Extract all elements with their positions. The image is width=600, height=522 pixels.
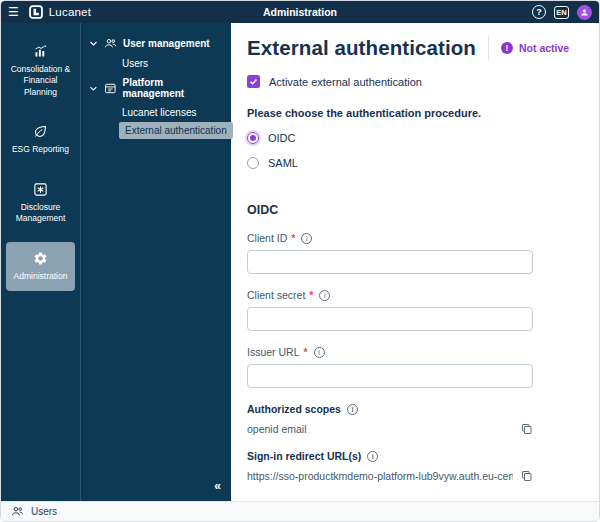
nav-item-consolidation[interactable]: Consolidation & Financial Planning <box>6 35 75 107</box>
status-bar-label[interactable]: Users <box>31 506 57 517</box>
radio-option-oidc[interactable]: OIDC <box>247 132 583 144</box>
client-id-field: Client ID * i <box>247 232 583 274</box>
checkmark-icon <box>249 77 258 86</box>
activate-checkbox[interactable] <box>247 75 260 88</box>
tree-group-label: Platform management <box>122 77 225 99</box>
users-icon <box>104 37 117 50</box>
info-icon[interactable]: i <box>347 404 358 415</box>
nav-item-administration[interactable]: Administration <box>6 242 75 291</box>
language-button[interactable]: EN <box>554 6 569 19</box>
radio-option-saml[interactable]: SAML <box>247 157 583 169</box>
oidc-section-title: OIDC <box>247 203 583 217</box>
activate-checkbox-label: Activate external authentication <box>269 76 422 88</box>
collapse-panel-icon[interactable]: « <box>214 479 221 493</box>
chevron-down-icon <box>89 84 98 93</box>
page-title: External authentication <box>247 36 476 60</box>
nav-item-label: ESG Reporting <box>12 144 69 155</box>
nav-item-disclosure-management[interactable]: Disclosure Management <box>6 173 75 234</box>
radio-selected-icon[interactable] <box>247 132 259 144</box>
info-icon[interactable]: i <box>301 233 312 244</box>
platform-icon <box>104 82 117 95</box>
info-icon[interactable]: i <box>319 290 330 301</box>
main-panel: External authentication ! Not active Act… <box>231 23 599 501</box>
client-secret-label: Client secret <box>247 289 305 301</box>
person-icon <box>580 8 589 17</box>
radio-unselected-icon[interactable] <box>247 157 259 169</box>
bar-chart-icon <box>33 44 48 59</box>
hamburger-menu-icon[interactable]: ☰ <box>8 6 19 18</box>
tree-group-label: User management <box>123 38 210 49</box>
tree-item-lucanet-licenses[interactable]: Lucanet licenses <box>89 103 225 122</box>
gear-icon <box>33 251 48 266</box>
copy-icon[interactable] <box>521 470 533 482</box>
required-marker: * <box>291 232 295 244</box>
info-filled-icon: ! <box>501 42 513 54</box>
authorized-scopes-value: openid email <box>247 423 307 435</box>
client-secret-field: Client secret * i <box>247 289 583 331</box>
tree-group-user-management[interactable]: User management <box>89 33 225 54</box>
client-id-input[interactable] <box>247 250 533 274</box>
radio-label: OIDC <box>268 132 296 144</box>
issuer-url-field: Issuer URL * i <box>247 346 583 388</box>
redirect-url-label: Sign-in redirect URL(s) <box>247 450 361 462</box>
copy-icon[interactable] <box>521 423 533 435</box>
authorized-scopes-label: Authorized scopes <box>247 403 341 415</box>
radio-label: SAML <box>268 157 298 169</box>
brand: Lucanet <box>29 5 91 19</box>
tree-item-users[interactable]: Users <box>89 54 225 73</box>
status-badge: ! Not active <box>488 36 569 60</box>
redirect-url-row: https://sso-productkmdemo-platform-lub9v… <box>247 470 533 482</box>
info-icon[interactable]: i <box>314 347 325 358</box>
authorized-scopes-row: openid email <box>247 423 533 435</box>
users-icon <box>11 505 24 518</box>
app-nav-rail: Consolidation & Financial Planning ESG R… <box>1 23 80 501</box>
activate-checkbox-row[interactable]: Activate external authentication <box>247 75 583 88</box>
client-secret-input[interactable] <box>247 307 533 331</box>
chevron-down-icon <box>89 39 98 48</box>
required-marker: * <box>309 289 313 301</box>
disclosure-icon <box>33 182 48 197</box>
help-icon[interactable]: ? <box>532 5 546 19</box>
user-avatar[interactable] <box>577 5 592 20</box>
brand-name: Lucanet <box>49 6 91 18</box>
topbar: ☰ Lucanet Administration ? EN <box>1 1 599 23</box>
client-id-label: Client ID <box>247 232 287 244</box>
lucanet-logo-icon <box>29 5 43 19</box>
tree-item-external-authentication[interactable]: External authentication <box>119 122 233 139</box>
status-bar: Users <box>1 501 599 521</box>
nav-item-label: Disclosure Management <box>8 202 73 225</box>
tree-panel: User management Users Platform managemen… <box>80 23 231 501</box>
nav-item-label: Administration <box>14 271 68 282</box>
info-icon[interactable]: i <box>367 451 378 462</box>
issuer-url-label: Issuer URL <box>247 346 300 358</box>
leaf-icon <box>33 124 48 139</box>
redirect-url-value: https://sso-productkmdemo-platform-lub9v… <box>247 470 513 482</box>
issuer-url-input[interactable] <box>247 364 533 388</box>
tree-group-platform-management[interactable]: Platform management <box>89 73 225 103</box>
required-marker: * <box>304 346 308 358</box>
nav-item-label: Consolidation & Financial Planning <box>8 64 73 98</box>
procedure-prompt: Please choose the authentication procedu… <box>247 107 583 119</box>
status-badge-text: Not active <box>519 42 569 54</box>
nav-item-esg-reporting[interactable]: ESG Reporting <box>6 115 75 164</box>
app-window: ☰ Lucanet Administration ? EN Consolidat… <box>0 0 600 522</box>
